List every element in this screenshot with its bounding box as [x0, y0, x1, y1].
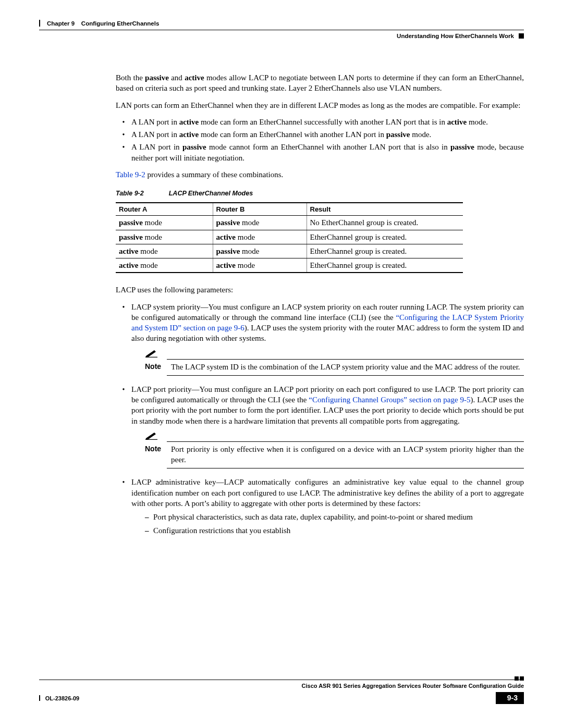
list-item: LACP port priority—You must configure an…	[130, 384, 524, 469]
list-item: LACP system priority—You must configure …	[130, 302, 524, 376]
list-item: Configuration restrictions that you esta…	[145, 525, 524, 536]
footer-doc-id: OL-23826-09	[45, 695, 79, 701]
table-row: active mode passive mode EtherChannel gr…	[116, 244, 463, 258]
footer-left-marker	[39, 695, 40, 701]
table-caption: Table 9-2LACP EtherChannel Modes	[116, 189, 524, 198]
header-rule	[39, 30, 524, 30]
table-reference: Table 9-2 provides a summary of these co…	[116, 169, 524, 180]
header-square-icon	[519, 33, 524, 39]
admin-key-factors-list: Port physical characteristics, such as d…	[131, 512, 524, 536]
list-item: A LAN port in passive mode cannot form a…	[130, 142, 524, 163]
col-router-b: Router B	[213, 203, 307, 216]
header-section-row: Understanding How EtherChannels Work	[39, 32, 524, 41]
note-pen-icon	[145, 349, 524, 359]
col-router-a: Router A	[116, 203, 213, 216]
note-text: The LACP system ID is the combination of…	[171, 362, 524, 372]
note-rule-bottom	[167, 375, 524, 376]
paragraph-lacp-params: LACP uses the following parameters:	[116, 285, 524, 295]
note-block: Note Port priority is only effective whe…	[145, 431, 524, 469]
note-text: Port priority is only effective when it …	[171, 444, 524, 465]
lacp-parameters-list: LACP system priority—You must configure …	[116, 302, 524, 536]
section-title: Understanding How EtherChannels Work	[397, 33, 514, 39]
header-left-marker	[39, 20, 40, 27]
note-block: Note The LACP system ID is the combinati…	[145, 349, 524, 376]
table-row: passive mode active mode EtherChannel gr…	[116, 230, 463, 244]
table-ref-link[interactable]: Table 9-2	[116, 170, 145, 179]
col-result: Result	[307, 203, 463, 216]
paragraph-modes-intro: Both the passive and active modes allow …	[116, 72, 524, 94]
table-row: passive mode passive mode No EtherChanne…	[116, 216, 463, 230]
list-item: A LAN port in active mode can form an Et…	[130, 129, 524, 140]
list-item: LACP administrative key—LACP automatical…	[130, 477, 524, 536]
footer-left: OL-23826-09	[39, 693, 79, 703]
note-label: Note	[145, 362, 165, 372]
chapter-title: Configuring EtherChannels	[81, 20, 160, 27]
footer-rule	[39, 680, 524, 680]
note-rule-top	[167, 359, 524, 360]
mode-examples-list: A LAN port in active mode can form an Et…	[116, 117, 524, 163]
chapter-label: Chapter 9	[47, 20, 75, 27]
page-footer: Cisco ASR 901 Series Aggregation Service…	[39, 680, 524, 704]
note-pen-icon	[145, 431, 524, 441]
page-number: 9-3	[496, 692, 524, 704]
note-rule-bottom	[167, 468, 524, 468]
paragraph-compatibility: LAN ports can form an EtherChannel when …	[116, 100, 524, 110]
table-header-row: Router A Router B Result	[116, 203, 463, 216]
list-item: Port physical characteristics, such as d…	[145, 512, 524, 522]
note-label: Note	[145, 444, 165, 465]
lacp-modes-table: Router A Router B Result passive mode pa…	[116, 202, 463, 274]
note-rule-top	[167, 441, 524, 442]
xref-channel-groups[interactable]: “Configuring Channel Groups” section on …	[309, 396, 470, 404]
table-title: LACP EtherChannel Modes	[169, 190, 253, 197]
header-chapter: Chapter 9 Configuring EtherChannels	[47, 20, 524, 28]
table-number: Table 9-2	[116, 190, 144, 197]
list-item: A LAN port in active mode can form an Et…	[130, 117, 524, 127]
table-row: active mode active mode EtherChannel gro…	[116, 258, 463, 273]
footer-marker-squares	[515, 676, 524, 681]
footer-guide-title: Cisco ASR 901 Series Aggregation Service…	[39, 682, 524, 690]
